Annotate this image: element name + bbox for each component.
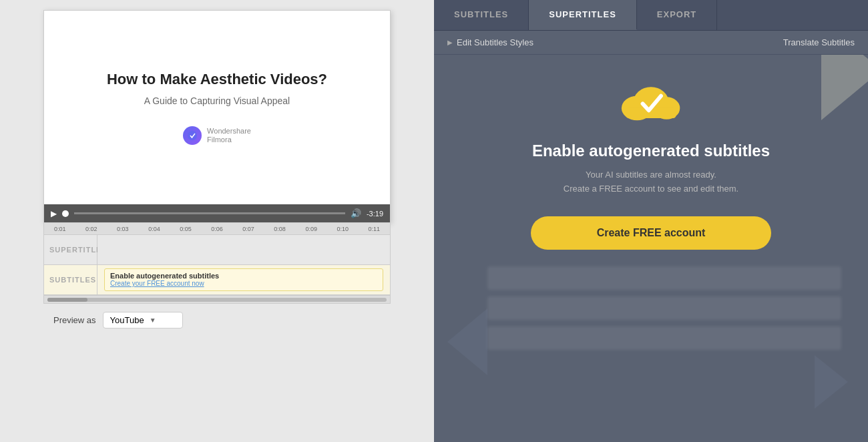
- subtitle-item-title: Enable autogenerated subtitles: [110, 272, 377, 280]
- subtitles-content: Enable autogenerated subtitles Create yo…: [97, 265, 390, 294]
- time-display: -3:19: [367, 210, 383, 218]
- video-container: How to Make Aesthetic Videos? A Guide to…: [43, 10, 391, 223]
- enable-subtitle-heading: Enable autogenerated subtitles: [532, 142, 770, 160]
- form-input-2: [487, 296, 841, 320]
- cloud-check-icon: [618, 75, 684, 125]
- left-panel: How to Make Aesthetic Videos? A Guide to…: [0, 0, 434, 442]
- subtitle-item: Enable autogenerated subtitles Create yo…: [104, 268, 383, 291]
- tab-export[interactable]: EXPORT: [637, 0, 717, 30]
- blurred-form: [461, 266, 841, 357]
- timeline-container: 0:01 0:02 0:03 0:04 0:05 0:06 0:07 0:08 …: [43, 223, 391, 304]
- create-account-button[interactable]: Create FREE account: [531, 216, 771, 250]
- form-input-1: [487, 266, 841, 290]
- ruler-marks: 0:01 0:02 0:03 0:04 0:05 0:06 0:07 0:08 …: [51, 226, 383, 232]
- play-button[interactable]: ▶: [51, 209, 57, 218]
- dropdown-arrow-icon: ▼: [150, 316, 156, 324]
- tab-subtitles[interactable]: SUBTITLES: [434, 0, 529, 30]
- subtitle-item-link[interactable]: Create your FREE account now: [110, 280, 377, 287]
- video-title: How to Make Aesthetic Videos?: [107, 70, 327, 89]
- enable-description: Your AI subtitles are almost ready. Crea…: [564, 168, 738, 196]
- preview-dropdown[interactable]: YouTube ▼: [103, 312, 183, 328]
- subtitles-track-row: SUBTITLES Enable autogenerated subtitles…: [44, 265, 390, 295]
- filmora-text: Wondershare Filmora: [207, 127, 251, 144]
- sub-toolbar: ▶ Edit Subtitles Styles Translate Subtit…: [434, 31, 868, 55]
- form-row-1: [461, 266, 841, 290]
- translate-subtitles-button[interactable]: Translate Subtitles: [783, 37, 855, 47]
- preview-value: YouTube: [110, 315, 144, 325]
- tab-supertitles[interactable]: SUPERTITLES: [529, 0, 637, 30]
- video-content: How to Make Aesthetic Videos? A Guide to…: [44, 11, 390, 204]
- preview-section: Preview as YouTube ▼: [10, 312, 183, 328]
- chevron-right-icon: ▶: [447, 39, 453, 46]
- progress-dot: [62, 210, 69, 217]
- form-row-2: [461, 296, 841, 320]
- timeline-scrollbar[interactable]: [44, 295, 390, 303]
- scrollbar-thumb: [47, 298, 87, 302]
- tabs-bar: SUBTITLES SUPERTITLES EXPORT: [434, 0, 868, 31]
- video-controls: ▶ 🔊 -3:19: [44, 204, 390, 222]
- form-row-3: [461, 326, 841, 350]
- main-content: Enable autogenerated subtitles Your AI s…: [434, 55, 868, 442]
- right-panel: SUBTITLES SUPERTITLES EXPORT ▶ Edit Subt…: [434, 0, 868, 442]
- supertitles-label: SUPERTITLES: [44, 235, 97, 264]
- scrollbar-track: [47, 298, 387, 302]
- progress-bar[interactable]: [74, 212, 345, 214]
- timeline-ruler: 0:01 0:02 0:03 0:04 0:05 0:06 0:07 0:08 …: [44, 223, 390, 235]
- filmora-logo: Wondershare Filmora: [183, 126, 251, 145]
- form-input-3: [487, 326, 841, 350]
- edit-styles-button[interactable]: ▶ Edit Subtitles Styles: [447, 37, 533, 47]
- supertitles-track-row: SUPERTITLES: [44, 235, 390, 265]
- volume-icon: 🔊: [351, 208, 361, 218]
- preview-label: Preview as: [53, 315, 96, 325]
- filmora-icon: [183, 126, 202, 145]
- subtitles-label: SUBTITLES: [44, 265, 97, 294]
- edit-styles-label: Edit Subtitles Styles: [457, 37, 533, 47]
- timeline-tracks: SUPERTITLES SUBTITLES Enable autogenerat…: [44, 235, 390, 295]
- video-subtitle: A Guide to Capturing Visual Appeal: [144, 95, 290, 106]
- svg-point-0: [188, 131, 197, 140]
- supertitles-content: [97, 235, 390, 264]
